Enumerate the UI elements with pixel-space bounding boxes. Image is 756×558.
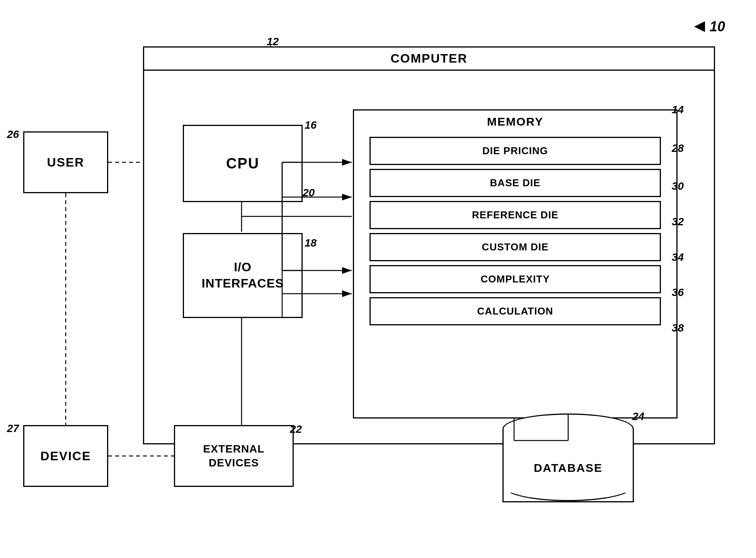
complexity-box: COMPLEXITY <box>369 265 661 293</box>
io-box: I/OINTERFACES <box>183 233 303 318</box>
custom-die-tag: 34 <box>672 251 684 264</box>
reference-die-box: REFERENCE DIE <box>369 201 661 229</box>
memory-tag: 14 <box>672 104 684 116</box>
io-label: I/OINTERFACES <box>202 259 284 291</box>
db-body: DATABASE <box>502 429 634 502</box>
device-tag: 27 <box>7 422 19 435</box>
user-tag: 26 <box>7 128 19 141</box>
db-tag: 24 <box>632 410 644 423</box>
calculation-tag: 38 <box>672 322 684 334</box>
ext-tag: 22 <box>290 423 302 436</box>
figure-arrow <box>694 21 705 32</box>
bus-tag: 20 <box>303 187 315 199</box>
die-pricing-tag: 28 <box>672 142 684 155</box>
device-box: DEVICE <box>23 425 108 487</box>
complexity-tag: 36 <box>672 286 684 299</box>
base-die-box: BASE DIE <box>369 169 661 197</box>
db-label: DATABASE <box>504 461 633 475</box>
custom-die-label: CUSTOM DIE <box>482 241 549 253</box>
base-die-label: BASE DIE <box>490 177 541 189</box>
calculation-box: CALCULATION <box>369 297 661 325</box>
user-box: USER <box>23 131 108 193</box>
die-pricing-box: DIE PRICING <box>369 137 661 165</box>
reference-die-label: REFERENCE DIE <box>472 209 558 221</box>
db-bottom-arc <box>502 470 634 501</box>
diagram: 10 COMPUTER CPU 16 I/OINTERFACES 18 20 M… <box>0 0 756 558</box>
user-label: USER <box>47 155 85 170</box>
cpu-tag: 16 <box>305 119 317 131</box>
memory-box: MEMORY DIE PRICING BASE DIE REFERENCE DI… <box>353 109 678 418</box>
figure-number: 10 <box>694 19 725 35</box>
cpu-label: CPU <box>226 155 259 172</box>
io-tag: 18 <box>305 237 317 249</box>
base-die-tag: 30 <box>672 180 684 192</box>
device-label: DEVICE <box>40 449 91 463</box>
database-cylinder: DATABASE <box>502 413 634 514</box>
memory-label: MEMORY <box>354 111 676 133</box>
computer-tag: 12 <box>267 36 279 48</box>
database-container: DATABASE <box>502 413 634 514</box>
custom-die-box: CUSTOM DIE <box>369 233 661 261</box>
computer-label: COMPUTER <box>144 48 714 71</box>
reference-die-tag: 32 <box>672 216 684 228</box>
external-devices-box: EXTERNALDEVICES <box>174 425 294 487</box>
cpu-box: CPU <box>183 125 303 202</box>
complexity-label: COMPLEXITY <box>480 273 550 285</box>
die-pricing-label: DIE PRICING <box>482 145 548 157</box>
calculation-label: CALCULATION <box>477 305 553 317</box>
figure-number-label: 10 <box>710 19 725 35</box>
computer-box: COMPUTER CPU 16 I/OINTERFACES 18 20 MEMO… <box>143 46 715 444</box>
ext-label: EXTERNALDEVICES <box>203 442 265 470</box>
